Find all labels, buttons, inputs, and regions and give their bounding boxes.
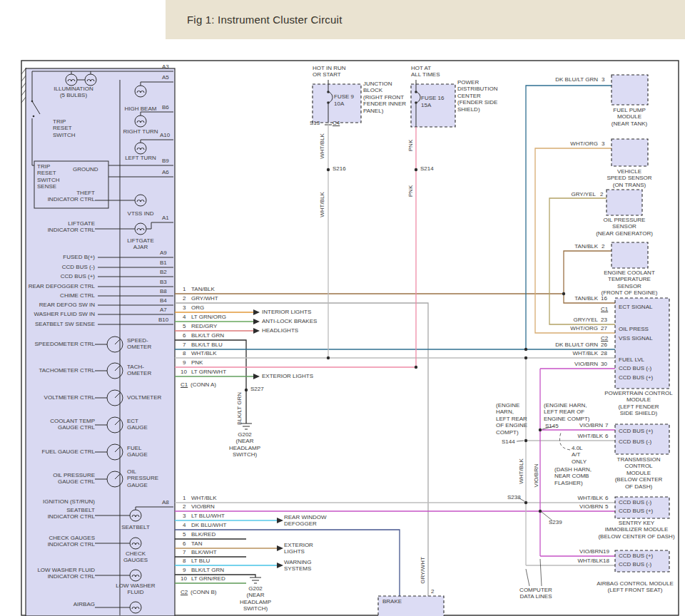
label-low-washer-lamp: LOW WASHER FLUID bbox=[113, 582, 158, 596]
pcm-wire-23: GRY/YEL bbox=[573, 317, 598, 323]
pin-ect: 2 bbox=[602, 243, 604, 250]
branch-headlights: HEADLIGHTS bbox=[262, 327, 298, 334]
tcm-wire-6: WHT/BLK bbox=[577, 433, 603, 439]
tcm-pin-6: 6 bbox=[605, 433, 608, 439]
conn-a-num-6: 6 bbox=[183, 332, 186, 339]
splice-s145: S145 bbox=[545, 423, 559, 429]
pcm-pin-26: 26 bbox=[601, 342, 607, 348]
pin-b9: B9 bbox=[162, 158, 169, 164]
label-ccd-neg: CCD BUS (-) bbox=[62, 264, 95, 270]
wire-label-fuel-pump: DK BLU/LT GRN bbox=[555, 76, 598, 83]
pcm-pin-30: 30 bbox=[601, 361, 607, 367]
label-check-gauges-ctrl: CHECK GAUGES INDICATOR CTRL bbox=[48, 535, 95, 548]
skim-signal-neg: CCD BUS (-) bbox=[619, 499, 651, 505]
wire-label-vss: WHT/ORG bbox=[570, 140, 598, 147]
conn-a-num-5: 5 bbox=[183, 323, 186, 329]
wire-label-bus-pos-vert: VIO/BRN bbox=[533, 464, 539, 488]
conn-b-num-3: 3 bbox=[183, 513, 186, 519]
tcm-signal-pos: CCD BUS (+) bbox=[619, 428, 653, 434]
annotation-leaders bbox=[517, 426, 570, 586]
conn-a-sub: (CONN A) bbox=[191, 381, 216, 388]
wire-label-blk-ltgrn-vert: BLK/LT GRN bbox=[236, 392, 243, 425]
pcm-signal-ect: ECT SIGNAL bbox=[619, 304, 652, 310]
wire-label-pnk-vert-1: PNK bbox=[407, 140, 414, 151]
skim-wire-5: VIO/BRN bbox=[579, 503, 603, 510]
caption-oil-sensor: OIL PRESSURE SENSOR (NEAR GENERATOR) bbox=[596, 217, 653, 237]
pcm-wire-30: VIO/BRN bbox=[574, 361, 598, 367]
label-trip-reset-sense: TRIP RESET SWITCH SENSE bbox=[37, 163, 60, 190]
pcm-wire-26: DK BLU/LT GRN bbox=[555, 342, 598, 348]
label-speedometer: SPEED- OMETER bbox=[127, 337, 151, 351]
label-tachometer: TACH- OMETER bbox=[127, 364, 151, 377]
label-s13: S13 bbox=[310, 120, 320, 126]
pin-b2: B2 bbox=[160, 269, 167, 275]
label-vtss-ind: VTSS IND bbox=[121, 210, 160, 217]
label-low-washer-ctrl: LOW WASHER FLUID INDICATOR CTRL bbox=[37, 567, 95, 580]
label-fuse-9-amps: 10A bbox=[334, 101, 344, 107]
pin-a10: A10 bbox=[160, 132, 170, 138]
pin-a8: A8 bbox=[162, 499, 169, 505]
wire-label-oil: GRY/YEL bbox=[571, 191, 596, 197]
note-engine-harn-left: (ENGINE HARN, LEFT REAR OF ENGINE COMPT) bbox=[496, 402, 527, 436]
pin-b4: B4 bbox=[160, 297, 167, 304]
label-ccd-pos: CCD BUS (+) bbox=[61, 273, 95, 279]
branch-anti-lock-brakes: ANTI-LOCK BRAKES bbox=[262, 318, 317, 324]
wire-label-ect: TAN/BLK bbox=[574, 243, 598, 250]
conn-b-num-2: 2 bbox=[183, 503, 186, 510]
label-chime-ctrl: CHIME CTRL bbox=[60, 292, 95, 299]
splice-s238: S238 bbox=[507, 494, 521, 500]
conn-b-color-9: BLK/LT GRN bbox=[191, 567, 224, 573]
pin-fuel-pump: 3 bbox=[602, 76, 604, 83]
pcm-signal-ccd-pos: CCD BUS (+) bbox=[619, 374, 653, 381]
conn-b-color-10: LT GRN/RED bbox=[191, 575, 225, 582]
label-hot-in-run: HOT IN RUN OR START bbox=[313, 65, 346, 78]
pin-b10: B10 bbox=[158, 317, 168, 323]
acm-wire-18: WHT/BLK bbox=[577, 558, 603, 564]
label-seatbelt-lamp: SEATBELT bbox=[116, 524, 155, 530]
acm-signal-pos: CCD BUS (+) bbox=[619, 553, 653, 559]
tcm-pin-7: 7 bbox=[605, 422, 608, 428]
pcm-pin-28: 28 bbox=[601, 350, 607, 356]
wire-label-pnk-vert-2: PNK bbox=[407, 185, 414, 197]
pcm-wire-28: WHT/BLK bbox=[572, 350, 598, 356]
fuel-pump-module-box bbox=[612, 75, 648, 105]
label-ignition: IGNITION (ST/RUN) bbox=[43, 498, 95, 505]
conn-a-color-6: BLK/LT GRN bbox=[191, 332, 224, 339]
caption-pcm: POWERTRAIN CONTROL MODULE (LEFT FENDER S… bbox=[603, 390, 674, 417]
pin-b6: B6 bbox=[162, 104, 169, 111]
vehicle-speed-sensor-box bbox=[612, 139, 648, 166]
ground-g202-a: G202 (NEAR HEADLAMP SWITCH) bbox=[225, 431, 264, 458]
skim-pin-6: 6 bbox=[605, 495, 608, 501]
label-check-gauges-lamp: CHECK GAUGES bbox=[116, 550, 155, 564]
conn-a-color-1: TAN/BLK bbox=[191, 286, 215, 292]
label-junction-block: JUNCTION BLOCK (RIGHT FRONT FENDER INNER… bbox=[363, 81, 406, 114]
conn-b-num-10: 10 bbox=[181, 575, 187, 582]
pcm-pin-16: 16 bbox=[601, 295, 607, 302]
conn-a-num-2: 2 bbox=[183, 295, 186, 302]
conn-b-color-8: LT BLU bbox=[191, 558, 210, 564]
label-illumination: ILLUMINATION (5 BULBS) bbox=[47, 86, 100, 99]
wire-label-bus-neg-vert: WHT/BLK bbox=[518, 458, 524, 484]
label-rear-defog-sw: REAR DEFOG SW IN bbox=[39, 302, 95, 308]
conn-b-num-7: 7 bbox=[183, 549, 186, 555]
splice-s239: S239 bbox=[549, 519, 562, 525]
conn-a-num-8: 8 bbox=[183, 350, 186, 356]
label-fuse-16-amps: 15A bbox=[421, 102, 431, 108]
conn-a-num-1: 1 bbox=[183, 286, 186, 292]
label-fuse-9: FUSE 9 bbox=[334, 93, 354, 100]
label-trip-reset-switch: TRIP RESET SWITCH bbox=[53, 118, 76, 138]
ect-sensor-box bbox=[612, 242, 648, 268]
conn-b-color-5: BLK/RED bbox=[191, 531, 215, 538]
conn-a-num-4: 4 bbox=[183, 314, 186, 320]
pin-a5: A5 bbox=[162, 74, 169, 81]
label-seatbelt-sense: SEATBELT SW SENSE bbox=[35, 321, 95, 327]
label-ect-ctrl: COOLANT TEMP GAUGE CTRL bbox=[50, 418, 95, 431]
conn-b-num-4: 4 bbox=[183, 522, 186, 528]
wiring-diagram-page: Fig 1: Instrument Cluster Circuit bbox=[0, 0, 685, 616]
conn-a-num-10: 10 bbox=[181, 369, 187, 375]
pin-b1: B1 bbox=[160, 260, 167, 266]
conn-a-color-5: RED/GRY bbox=[191, 323, 217, 329]
label-airbag-ctrl: AIRBAG bbox=[73, 601, 95, 607]
conn-a-num-7: 7 bbox=[183, 342, 186, 348]
splice-s144: S144 bbox=[502, 438, 515, 445]
